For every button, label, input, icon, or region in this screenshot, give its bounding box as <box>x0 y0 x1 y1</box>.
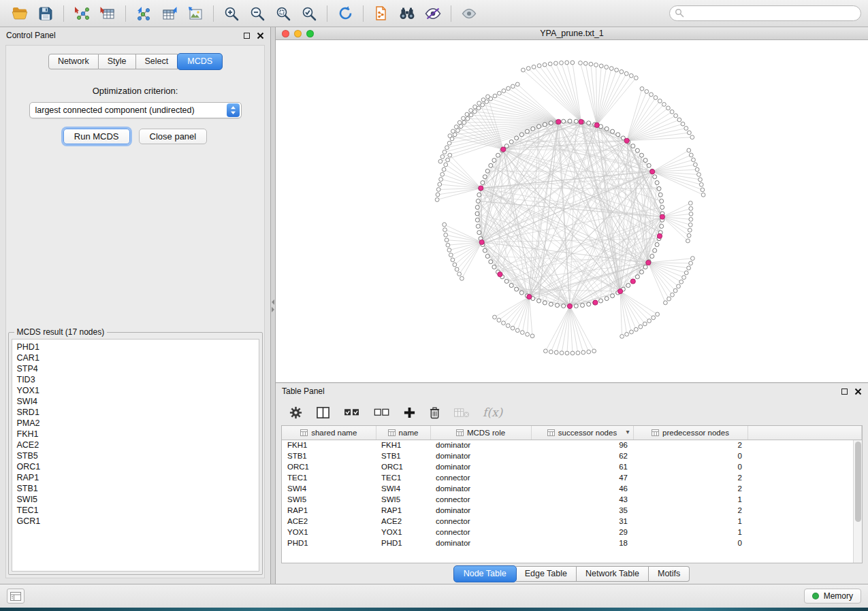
window-minimize-icon[interactable] <box>294 30 302 37</box>
node-table: shared namenameMCDS rolesuccessor nodes▾… <box>282 426 862 548</box>
delete-column-icon[interactable] <box>429 406 440 419</box>
zoom-selected-icon[interactable] <box>296 3 322 24</box>
column-header-predecessor-nodes[interactable]: predecessor nodes <box>633 426 748 440</box>
table-row[interactable]: SWI4SWI4dominator462 <box>282 483 862 494</box>
mcds-result-item[interactable]: SWI4 <box>12 396 259 407</box>
table-tab-edge-table[interactable]: Edge Table <box>516 566 577 582</box>
save-icon[interactable] <box>33 3 59 24</box>
mcds-result-item[interactable]: ORC1 <box>12 461 259 472</box>
table-row[interactable]: TEC1TEC1connector472 <box>282 472 862 483</box>
gear-icon[interactable] <box>289 406 303 420</box>
preview-icon[interactable] <box>456 3 482 24</box>
toolbar-separator <box>63 5 64 22</box>
table-panel-title: Table Panel <box>282 386 325 396</box>
column-header-shared-name[interactable]: shared name <box>282 426 376 440</box>
import-table-icon[interactable] <box>95 3 120 24</box>
close-panel-icon[interactable] <box>854 388 862 395</box>
show-columns-icon[interactable] <box>316 406 330 419</box>
mcds-result-item[interactable]: SWI5 <box>12 494 259 505</box>
mcds-result-item[interactable]: ACE2 <box>12 440 259 450</box>
function-builder-button[interactable]: f(x) <box>483 406 502 419</box>
memory-status-icon <box>812 593 819 599</box>
table-scrollbar[interactable] <box>853 440 862 563</box>
mcds-result-item[interactable]: PMA2 <box>12 418 259 429</box>
table-tab-network-table[interactable]: Network Table <box>577 566 649 582</box>
refresh-layout-icon[interactable] <box>332 3 358 24</box>
sort-descending-icon[interactable]: ▾ <box>626 428 629 435</box>
mcds-result-item[interactable]: TEC1 <box>12 505 259 516</box>
mcds-result-list[interactable]: PHD1CAR1STP4TID3YOX1SWI4SRD1PMA2FKH1ACE2… <box>12 339 259 572</box>
panel-splitter[interactable] <box>271 27 276 584</box>
mcds-result-item[interactable]: FKH1 <box>12 429 259 440</box>
table-row[interactable]: YOX1YOX1connector291 <box>282 527 862 538</box>
table-row[interactable]: SWI5SWI5connector431 <box>282 494 862 505</box>
table-scrollbar-thumb[interactable] <box>855 442 861 522</box>
export-image-icon[interactable] <box>182 3 208 24</box>
table-tabs: Node TableEdge TableNetwork TableMotifs <box>454 566 690 582</box>
table-tab-motifs[interactable]: Motifs <box>649 566 690 582</box>
zoom-in-icon[interactable] <box>219 3 244 24</box>
window-maximize-icon[interactable] <box>306 30 314 37</box>
expand-right-icon[interactable] <box>272 307 274 312</box>
mcds-result-item[interactable]: STP4 <box>12 363 259 374</box>
unselect-all-icon[interactable] <box>374 407 390 418</box>
mcds-result-item[interactable]: PHD1 <box>12 342 259 352</box>
hide-elements-icon[interactable] <box>420 3 446 24</box>
desktop-background-strip <box>0 608 868 611</box>
column-header-successor-nodes[interactable]: successor nodes▾ <box>531 426 633 440</box>
window-close-icon[interactable] <box>282 30 289 37</box>
delete-table-icon[interactable] <box>453 407 470 418</box>
memory-button-label: Memory <box>824 591 853 601</box>
mcds-result-item[interactable]: STB1 <box>12 483 259 494</box>
control-panel-title: Control Panel <box>6 31 56 40</box>
run-mcds-button[interactable]: Run MCDS <box>63 129 130 144</box>
close-panel-button[interactable]: Close panel <box>139 129 208 144</box>
new-network-icon[interactable] <box>131 3 157 24</box>
toolbar-separator <box>327 5 327 22</box>
add-column-icon[interactable] <box>403 406 416 419</box>
tab-select[interactable]: Select <box>136 54 178 69</box>
tab-style[interactable]: Style <box>99 54 136 69</box>
open-file-icon[interactable] <box>7 3 33 24</box>
close-panel-icon[interactable] <box>257 32 264 39</box>
tab-mcds[interactable]: MCDS <box>177 53 223 70</box>
mcds-result-item[interactable]: YOX1 <box>12 385 259 396</box>
mcds-result-item[interactable]: STB5 <box>12 450 259 461</box>
network-graph[interactable] <box>276 40 868 382</box>
search-input[interactable] <box>669 5 861 21</box>
criterion-dropdown[interactable]: largest connected component (undirected) <box>29 102 242 118</box>
table-row[interactable]: PHD1PHD1dominator180 <box>282 538 862 548</box>
tab-network[interactable]: Network <box>48 54 99 69</box>
mcds-button-row: Run MCDS Close panel <box>63 129 207 144</box>
network-canvas[interactable] <box>276 40 868 382</box>
collapse-left-icon[interactable] <box>272 299 274 305</box>
mcds-result-item[interactable]: SRD1 <box>12 407 259 418</box>
float-panel-icon[interactable] <box>244 33 250 39</box>
memory-button[interactable]: Memory <box>804 589 861 604</box>
export-table-icon[interactable] <box>157 3 182 24</box>
show-panels-icon[interactable] <box>7 589 25 604</box>
mcds-result-item[interactable]: RAP1 <box>12 472 259 483</box>
zoom-out-icon[interactable] <box>244 3 270 24</box>
binoculars-icon[interactable] <box>394 3 420 24</box>
table-row[interactable]: STB1STB1dominator620 <box>282 450 862 461</box>
table-tab-node-table[interactable]: Node Table <box>453 565 517 582</box>
network-window: YPA_prune.txt_1 <box>276 27 868 383</box>
table-row[interactable]: RAP1RAP1dominator352 <box>282 505 862 516</box>
mcds-result-item[interactable]: CAR1 <box>12 352 259 363</box>
mcds-result-item[interactable]: GCR1 <box>12 516 259 527</box>
mcds-result-item[interactable]: TID3 <box>12 374 259 385</box>
zoom-fit-icon[interactable] <box>270 3 296 24</box>
select-all-icon[interactable] <box>343 406 361 419</box>
table-panel-header: Table Panel <box>276 383 868 399</box>
float-panel-icon[interactable] <box>841 389 848 395</box>
import-network-icon[interactable] <box>69 3 95 24</box>
table-column-icon <box>388 429 396 436</box>
table-row[interactable]: FKH1FKH1dominator962 <box>282 440 862 450</box>
column-header-name[interactable]: name <box>376 426 430 440</box>
copy-network-icon[interactable] <box>368 3 394 24</box>
table-row[interactable]: ACE2ACE2connector311 <box>282 516 862 527</box>
toolbar-separator <box>213 5 214 22</box>
column-header-MCDS-role[interactable]: MCDS role <box>430 426 531 440</box>
table-row[interactable]: ORC1ORC1dominator610 <box>282 461 862 472</box>
